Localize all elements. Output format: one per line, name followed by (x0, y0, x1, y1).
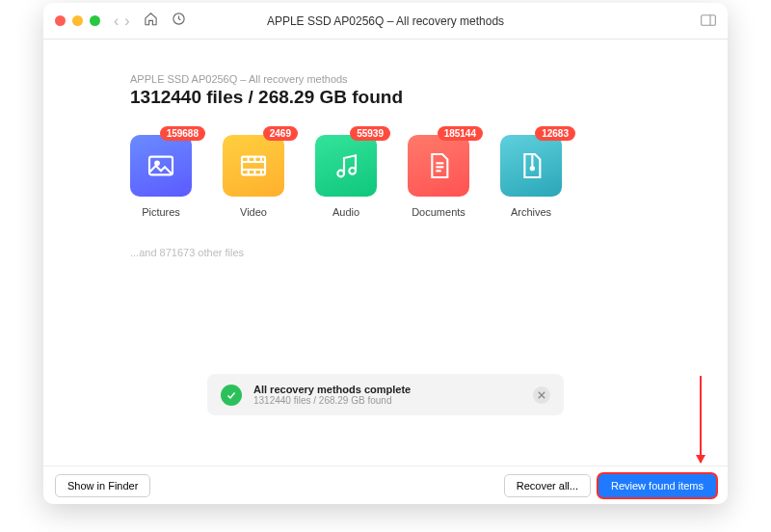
content-area: APPLE SSD AP0256Q – All recovery methods… (43, 40, 728, 466)
audio-tile: 55939 (315, 135, 377, 197)
status-line-2: 1312440 files / 268.29 GB found (253, 395, 411, 406)
pictures-tile: 159688 (130, 135, 192, 197)
category-tile-video[interactable]: 2469 Video (223, 135, 284, 218)
status-bar: All recovery methods complete 1312440 fi… (207, 374, 564, 415)
titlebar: ‹ › APPLE SSD AP0256Q – All recovery met… (43, 3, 728, 40)
video-tile: 2469 (223, 135, 284, 197)
close-window-button[interactable] (55, 15, 66, 26)
status-text: All recovery methods complete 1312440 fi… (253, 384, 411, 406)
svg-rect-1 (702, 14, 716, 25)
status-line-1: All recovery methods complete (253, 384, 411, 395)
minimize-window-button[interactable] (72, 15, 83, 26)
home-icon[interactable] (144, 12, 158, 30)
category-row: 159688 Pictures 2469 Video 55939 Audio (130, 135, 641, 218)
toolbar-icons (144, 12, 186, 30)
recover-all-button[interactable]: Recover all... (504, 474, 591, 497)
badge-count: 55939 (350, 126, 390, 141)
video-icon (238, 150, 269, 181)
archives-icon (516, 150, 546, 181)
breadcrumb: APPLE SSD AP0256Q – All recovery methods (130, 73, 641, 85)
back-button[interactable]: ‹ (114, 13, 119, 29)
app-window: ‹ › APPLE SSD AP0256Q – All recovery met… (43, 3, 728, 504)
check-icon (221, 385, 242, 406)
archives-tile: 12683 (500, 135, 562, 197)
documents-icon (423, 150, 454, 181)
category-tile-archives[interactable]: 12683 Archives (500, 135, 562, 218)
zoom-window-button[interactable] (90, 15, 100, 26)
badge-count: 12683 (535, 126, 575, 141)
show-in-finder-button[interactable]: Show in Finder (55, 474, 150, 497)
nav-arrows: ‹ › (114, 13, 130, 29)
category-tile-documents[interactable]: 185144 Documents (408, 135, 469, 218)
badge-count: 185144 (438, 126, 483, 141)
documents-tile: 185144 (408, 135, 469, 197)
dismiss-status-button[interactable] (533, 386, 550, 404)
annotation-arrow (700, 376, 702, 463)
category-label: Pictures (142, 206, 180, 218)
window-controls (55, 15, 100, 26)
category-label: Video (240, 206, 267, 218)
category-label: Audio (332, 206, 359, 218)
footer: Show in Finder Recover all... Review fou… (43, 466, 728, 504)
svg-point-20 (531, 167, 534, 170)
other-files-text: ...and 871673 other files (130, 247, 641, 258)
category-tile-pictures[interactable]: 159688 Pictures (130, 135, 192, 218)
badge-count: 159688 (160, 126, 205, 141)
pictures-icon (146, 150, 176, 181)
category-label: Archives (511, 206, 551, 218)
review-found-items-button[interactable]: Review found items (598, 474, 716, 497)
badge-count: 2469 (263, 126, 298, 141)
recent-icon[interactable] (172, 12, 186, 30)
audio-icon (331, 150, 361, 181)
forward-button[interactable]: › (124, 13, 129, 29)
page-title: 1312440 files / 268.29 GB found (130, 87, 641, 108)
sidebar-toggle-icon[interactable] (701, 13, 716, 30)
category-tile-audio[interactable]: 55939 Audio (315, 135, 377, 218)
category-label: Documents (412, 206, 465, 218)
